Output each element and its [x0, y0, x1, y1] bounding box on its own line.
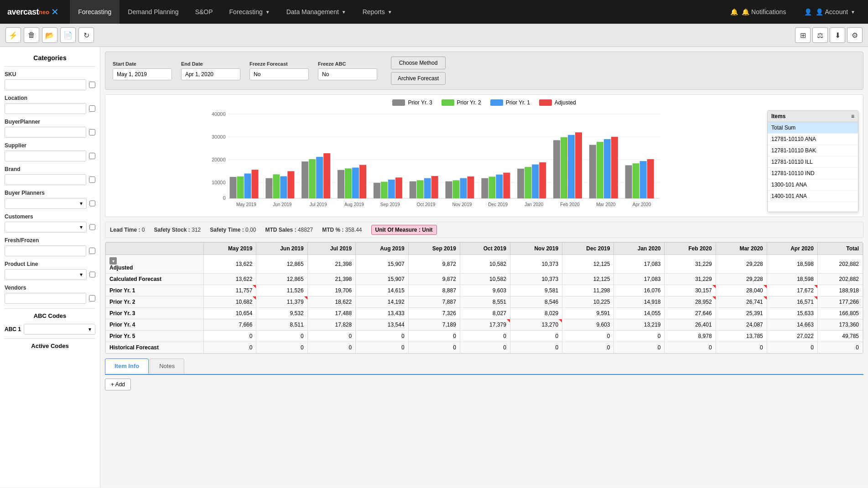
nav-data-management[interactable]: Data Management ▼: [278, 0, 354, 24]
settings-button[interactable]: ⚙: [847, 27, 863, 43]
items-list-item[interactable]: 1400-101 BAK: [768, 202, 858, 204]
top-navigation: avercast neo ✕ Forecasting Demand Planni…: [0, 0, 868, 24]
abc-1-row: ABC 1 ▾: [5, 324, 95, 335]
nav-reports[interactable]: Reports ▼: [354, 0, 400, 24]
table-cell: 12,865: [256, 255, 307, 274]
table-cell: 12,865: [256, 274, 307, 285]
table-cell: 14,663: [767, 319, 817, 331]
items-list-item[interactable]: 12781-10110 BAK: [768, 145, 858, 156]
items-list-item[interactable]: Total Sum: [768, 122, 858, 134]
svg-rect-16: [273, 174, 280, 198]
table-cell: 7,887: [408, 296, 460, 308]
end-date-select[interactable]: Apr 1, 2020: [181, 68, 240, 80]
items-list-item[interactable]: 1400-101 ANA: [768, 191, 858, 202]
items-list-item[interactable]: 12781-10110 ANA: [768, 134, 858, 145]
buyer-planner-select[interactable]: [5, 127, 86, 138]
grid-view-button[interactable]: ⊞: [795, 27, 811, 43]
location-checkbox[interactable]: [89, 105, 95, 112]
table-cell: 10,373: [510, 255, 562, 274]
buyer-planners-dropdown[interactable]: ▾: [5, 198, 87, 209]
logo-star: ✕: [51, 6, 59, 17]
table-column-header: Jun 2019: [256, 243, 307, 255]
nav-saop[interactable]: S&OP: [187, 0, 221, 24]
table-cell: 14,918: [614, 296, 665, 308]
abc-codes-title: ABC Codes: [5, 308, 95, 322]
nav-notifications[interactable]: 🔔 🔔 Notifications: [725, 0, 791, 24]
nav-forecasting-main[interactable]: Forecasting: [70, 0, 120, 24]
table-cell: 9,581: [510, 285, 562, 296]
freeze-forecast-select[interactable]: No Yes: [249, 68, 309, 80]
sku-select[interactable]: [5, 79, 86, 90]
product-line-dropdown[interactable]: ▾: [5, 269, 87, 280]
end-date-label: End Date: [181, 61, 240, 67]
refresh-button[interactable]: ↻: [78, 27, 94, 43]
svg-text:Feb 2020: Feb 2020: [560, 202, 580, 207]
table-cell: 17,672: [767, 285, 817, 296]
folder-button[interactable]: 📂: [42, 27, 57, 43]
svg-text:10000: 10000: [212, 180, 226, 185]
fresh-frozen-checkbox[interactable]: [89, 248, 95, 254]
vendors-checkbox[interactable]: [89, 295, 95, 301]
add-button[interactable]: + Add: [105, 379, 131, 390]
choose-method-button[interactable]: Choose Method: [391, 57, 446, 69]
tab-item-info[interactable]: Item Info: [105, 358, 149, 374]
download-button[interactable]: ⬇: [830, 27, 845, 43]
brand-checkbox[interactable]: [89, 177, 95, 183]
table-cell: 13,219: [614, 319, 665, 331]
items-list-item[interactable]: 1300-101 ANA: [768, 179, 858, 191]
supplier-select[interactable]: [5, 151, 86, 161]
items-list-item[interactable]: 12781-10110 ILL: [768, 156, 858, 168]
buyer-planners-checkbox[interactable]: [89, 200, 95, 207]
buyer-planner-checkbox[interactable]: [89, 129, 95, 135]
table-cell: 0: [203, 342, 256, 353]
nav-account[interactable]: 👤 👤 Account ▼: [799, 0, 861, 24]
table-cell: 8,029: [510, 308, 562, 319]
document-button[interactable]: 📄: [60, 27, 76, 43]
freeze-abc-select[interactable]: No Yes: [318, 68, 377, 80]
chart-svg-area: 40000 30000 20000 10000 0 May 2019Jun 20…: [110, 110, 763, 212]
table-cell: 9,872: [408, 255, 460, 274]
svg-rect-40: [446, 182, 452, 198]
nav-forecasting-sub[interactable]: Forecasting ▼: [221, 0, 278, 24]
location-select[interactable]: [5, 103, 86, 114]
table-cell: 28,952: [665, 296, 716, 308]
table-cell: 26,741: [716, 296, 767, 308]
svg-rect-33: [395, 177, 402, 198]
filter-label-location: Location: [5, 95, 95, 101]
svg-text:Sep 2019: Sep 2019: [380, 202, 400, 207]
product-line-checkbox[interactable]: [89, 271, 95, 278]
nav-demand-planning[interactable]: Demand Planning: [120, 0, 187, 24]
balance-button[interactable]: ⚖: [812, 27, 828, 43]
expand-button[interactable]: ▾: [109, 257, 117, 265]
filter-group-buyer-planner: BuyerPlanner: [5, 119, 95, 138]
svg-text:Mar 2020: Mar 2020: [596, 202, 616, 207]
filter-button[interactable]: ⚡: [5, 27, 21, 43]
vendors-select[interactable]: [5, 293, 86, 304]
customers-checkbox[interactable]: [89, 224, 95, 230]
brand-select[interactable]: [5, 174, 86, 185]
table-cell: 11,379: [256, 296, 307, 308]
app-logo[interactable]: avercast neo ✕: [7, 6, 59, 17]
start-date-select[interactable]: May 1, 2019: [113, 68, 172, 80]
start-date-label: Start Date: [113, 61, 172, 67]
row-label-cell: Prior Yr. 4: [106, 319, 204, 331]
customers-dropdown[interactable]: ▾: [5, 222, 87, 233]
table-cell: 13,544: [356, 319, 408, 331]
abc-1-dropdown[interactable]: ▾: [24, 324, 95, 335]
fresh-frozen-select[interactable]: [5, 245, 86, 256]
svg-rect-30: [374, 183, 380, 198]
supplier-checkbox[interactable]: [89, 153, 95, 159]
nav-right: 🔔 🔔 Notifications 👤 👤 Account ▼: [725, 0, 861, 24]
archive-forecast-button[interactable]: Archive Forecast: [391, 72, 446, 85]
filter-label-fresh-frozen: Fresh/Frozen: [5, 237, 95, 244]
filter-label-vendors: Vendors: [5, 285, 95, 291]
items-list-item[interactable]: 12781-10110 IND: [768, 168, 858, 179]
tab-notes[interactable]: Notes: [150, 358, 184, 374]
svg-rect-28: [359, 165, 366, 198]
nav-items: Forecasting Demand Planning S&OP Forecas…: [70, 0, 725, 24]
filter-group-brand: Brand: [5, 166, 95, 185]
table-column-header: Sep 2019: [408, 243, 460, 255]
sku-checkbox[interactable]: [89, 82, 95, 88]
table-cell: 9,603: [562, 319, 614, 331]
delete-button[interactable]: 🗑: [24, 27, 39, 43]
